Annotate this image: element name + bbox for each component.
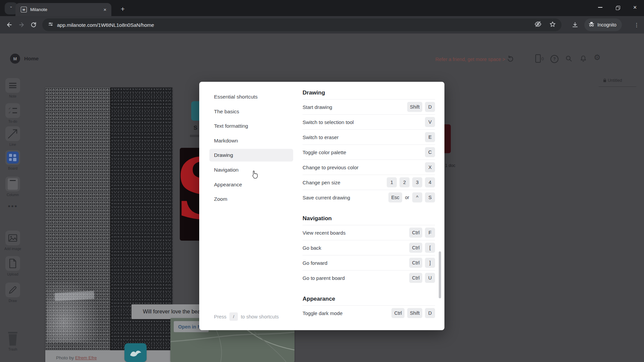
new-tab-button[interactable]: + bbox=[118, 4, 127, 14]
nav-drawing[interactable]: Drawing bbox=[209, 149, 293, 162]
or-text: or bbox=[405, 195, 409, 200]
untitled-board-badge: Untitled bbox=[603, 78, 622, 83]
image-icon bbox=[5, 231, 20, 245]
help-icon[interactable]: ? bbox=[550, 55, 558, 63]
shortcuts-nav: Essential shortcuts The basics Text form… bbox=[209, 90, 293, 207]
tool-trash[interactable]: Trash bbox=[0, 331, 25, 351]
section-title: Navigation bbox=[303, 212, 435, 225]
keycap: ] bbox=[425, 258, 435, 268]
shortcut-row: Go forward Ctrl] bbox=[303, 255, 435, 270]
notifications-bell-icon[interactable] bbox=[580, 55, 587, 64]
site-settings-icon[interactable] bbox=[48, 21, 54, 28]
device-count-badge: 0 bbox=[541, 56, 544, 61]
tool-board[interactable]: Board bbox=[0, 150, 25, 170]
keycap: V bbox=[425, 117, 435, 127]
photo-card[interactable]: Photo by Efrem Efre bbox=[45, 87, 172, 362]
keycap: Ctrl bbox=[409, 243, 422, 253]
section-navigation: Navigation View recent boards CtrlF Go b… bbox=[303, 212, 437, 285]
browser-toolbar: app.milanote.com/1W6tNL1o8n0SaN/home Inc… bbox=[0, 16, 644, 34]
photo-caption: Photo by Efrem Efre bbox=[45, 350, 172, 362]
reload-button[interactable] bbox=[28, 19, 40, 31]
file-icon bbox=[5, 256, 20, 271]
shortcut-row: Toggle dark mode CtrlShiftD bbox=[303, 306, 435, 320]
shortcut-row: Change pen size 1234 bbox=[303, 175, 435, 190]
tool-more[interactable]: ●●● bbox=[0, 201, 25, 210]
pencil-icon bbox=[5, 283, 20, 297]
incognito-icon bbox=[588, 21, 595, 28]
keycap: C bbox=[425, 147, 435, 157]
slash-keycap: / bbox=[229, 312, 238, 321]
photo-credit-prefix: Photo by bbox=[56, 355, 75, 360]
milanote-logo[interactable]: M bbox=[10, 54, 20, 64]
note-icon bbox=[5, 78, 20, 93]
undo-icon[interactable] bbox=[506, 55, 514, 64]
partial-card-teal[interactable] bbox=[191, 101, 199, 121]
partial-card-title: S bbox=[194, 125, 197, 131]
nav-essential-shortcuts[interactable]: Essential shortcuts bbox=[209, 90, 293, 103]
section-appearance: Appearance Toggle dark mode CtrlShiftD bbox=[303, 293, 437, 320]
nav-the-basics[interactable]: The basics bbox=[209, 105, 293, 118]
keycap: Esc bbox=[388, 192, 402, 202]
divider bbox=[599, 86, 636, 87]
photo-credit-link[interactable]: Efrem Efre bbox=[75, 355, 97, 360]
modal-scrollbar[interactable] bbox=[439, 251, 441, 298]
tool-note[interactable]: Note bbox=[0, 78, 25, 98]
keycap: D bbox=[425, 102, 435, 112]
keycap: X bbox=[425, 162, 435, 172]
forward-button[interactable] bbox=[15, 19, 28, 31]
window-close-button[interactable]: × bbox=[627, 0, 643, 15]
keycap: [ bbox=[425, 243, 435, 253]
address-bar[interactable]: app.milanote.com/1W6tNL1o8n0SaN/home bbox=[42, 18, 561, 31]
eye-off-icon[interactable] bbox=[534, 20, 542, 29]
browser-menu-icon[interactable]: ⋮ bbox=[632, 20, 641, 29]
nav-text-formatting[interactable]: Text formatting bbox=[209, 120, 293, 132]
board-title-home: Home bbox=[24, 56, 39, 62]
keycap: D bbox=[425, 308, 435, 318]
refer-friend-link[interactable]: Refer a friend, get more space > bbox=[435, 57, 505, 62]
keycap: Ctrl bbox=[409, 228, 422, 238]
partial-card-red[interactable] bbox=[444, 124, 451, 153]
download-icon[interactable] bbox=[569, 19, 581, 31]
window-restore-button[interactable] bbox=[610, 0, 625, 15]
shortcuts-list[interactable]: Drawing Start drawing ShiftD Switch to s… bbox=[303, 86, 437, 326]
window-minimize-button[interactable] bbox=[592, 0, 608, 15]
devices-icon[interactable] bbox=[535, 54, 541, 63]
partial-card-subtext bbox=[190, 135, 199, 137]
browser-titlebar: ˇ M Milanote × + × bbox=[0, 0, 644, 16]
nav-markdown[interactable]: Markdown bbox=[209, 134, 293, 147]
screen: ˇ M Milanote × + × app.milanote.com/1W6t… bbox=[0, 0, 644, 362]
url-text[interactable]: app.milanote.com/1W6tNL1o8n0SaN/home bbox=[57, 22, 534, 28]
tool-todo[interactable]: ✓ ✓ To-do bbox=[0, 103, 25, 123]
settings-gear-icon[interactable]: ⚙ bbox=[594, 54, 601, 61]
shortcut-row: Start drawing ShiftD bbox=[303, 100, 435, 115]
back-button[interactable] bbox=[3, 19, 15, 31]
lock-icon bbox=[603, 80, 606, 82]
keycap: Ctrl bbox=[409, 258, 422, 268]
shortcuts-footer: Press / to show shortcuts bbox=[214, 312, 279, 321]
browser-tab[interactable]: M Milanote × bbox=[15, 3, 111, 16]
tool-upload[interactable]: Upload bbox=[0, 256, 25, 276]
incognito-label: Incognito bbox=[597, 22, 616, 27]
keycap: ^ bbox=[412, 192, 422, 202]
milanote-app: M Home Refer a friend, get more space > … bbox=[0, 34, 644, 362]
nav-zoom[interactable]: Zoom bbox=[209, 193, 293, 205]
embed-card[interactable] bbox=[124, 343, 147, 362]
keycap: Ctrl bbox=[409, 273, 422, 283]
keycap: 4 bbox=[425, 177, 435, 187]
incognito-chip[interactable]: Incognito bbox=[584, 18, 622, 31]
search-icon[interactable] bbox=[565, 55, 573, 64]
column-icon bbox=[5, 177, 20, 191]
partial-poster-card[interactable]: S bbox=[180, 148, 199, 241]
mouse-cursor bbox=[251, 170, 259, 180]
keycap: S bbox=[425, 192, 435, 202]
shortcut-row: Go back Ctrl[ bbox=[303, 240, 435, 255]
doc-count-badge: 1 doc bbox=[445, 163, 455, 168]
tool-draw[interactable]: Draw bbox=[0, 283, 25, 303]
keycap: Shift bbox=[407, 308, 422, 318]
tab-close-icon[interactable]: × bbox=[102, 7, 108, 13]
keycap: 3 bbox=[412, 177, 422, 187]
tool-add-image[interactable]: Add image bbox=[0, 231, 25, 251]
tool-line[interactable]: Line bbox=[0, 126, 25, 146]
bookmark-star-icon[interactable] bbox=[549, 21, 556, 29]
tool-column[interactable]: Column bbox=[0, 177, 25, 197]
